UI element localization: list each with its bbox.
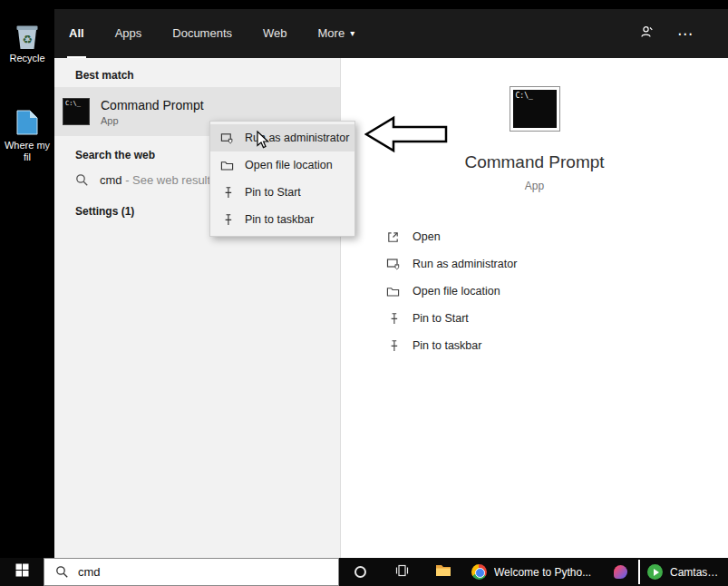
- windows-logo-icon: [15, 563, 29, 581]
- folder-icon: [220, 159, 234, 172]
- menu-item-pin-to-taskbar[interactable]: Pin to taskbar: [210, 206, 354, 233]
- action-label: Open: [413, 230, 441, 243]
- taskbar-search-box[interactable]: [44, 558, 339, 586]
- annotation-arrow-icon: [364, 114, 448, 154]
- pin-icon: [220, 213, 234, 227]
- action-label: Pin to taskbar: [413, 339, 481, 352]
- taskbar-search-input[interactable]: [76, 564, 294, 580]
- menu-item-run-as-administrator[interactable]: Run as administrator: [210, 124, 354, 151]
- web-suffix: - See web results: [122, 173, 217, 187]
- file-explorer-icon: [435, 563, 451, 581]
- tab-more-label: More: [318, 26, 345, 40]
- command-prompt-icon-large: C:\_: [510, 87, 559, 131]
- menu-item-label: Pin to Start: [245, 186, 301, 199]
- run-as-administrator-icon: [385, 257, 401, 272]
- pin-icon: [385, 311, 401, 327]
- recycle-bin-icon: ♻: [14, 22, 41, 51]
- tab-web[interactable]: Web: [261, 9, 289, 58]
- desktop-icon-label: Where my fil: [1, 140, 53, 162]
- search-tabs: All Apps Documents Web More ▾: [67, 9, 356, 58]
- task-view-icon: [394, 563, 410, 581]
- preview-subtitle: App: [525, 180, 544, 192]
- menu-item-pin-to-start[interactable]: Pin to Start: [210, 179, 354, 206]
- pin-icon: [385, 338, 401, 354]
- taskbar-app-camtasia[interactable]: Camtasia S: [640, 558, 728, 586]
- action-label: Pin to Start: [413, 312, 469, 325]
- taskbar-app-label: Camtasia S: [670, 566, 721, 579]
- command-prompt-icon-text: C:\_: [516, 92, 533, 100]
- search-icon: [55, 565, 69, 579]
- preview-action-pin-to-start[interactable]: Pin to Start: [385, 305, 517, 332]
- menu-item-label: Open file location: [245, 159, 333, 171]
- more-options-icon[interactable]: ⋯: [677, 24, 694, 44]
- cortana-icon: [354, 566, 366, 578]
- open-icon: [385, 230, 401, 245]
- folder-icon: [385, 284, 401, 299]
- topbar-right-icons: ⋯: [639, 9, 694, 58]
- search-icon: [75, 173, 89, 187]
- command-prompt-icon-text: C:\_: [65, 100, 81, 107]
- tab-apps[interactable]: Apps: [113, 9, 144, 58]
- preview-actions: Open Run as administrator: [385, 223, 517, 359]
- desktop-icon-label: Recycle: [1, 53, 53, 64]
- windows-search-panel: All Apps Documents Web More ▾ ⋯ Best mat…: [54, 9, 728, 558]
- blue-file-icon: [1, 109, 53, 138]
- menu-item-label: Pin to taskbar: [245, 213, 314, 226]
- taskbar-app-button[interactable]: [602, 558, 638, 586]
- result-text: Command Prompt App: [101, 98, 204, 126]
- result-subtitle: App: [101, 115, 204, 126]
- app-icon: [614, 565, 627, 579]
- feedback-icon[interactable]: [639, 24, 654, 43]
- preview-title: Command Prompt: [464, 152, 604, 172]
- mouse-cursor-icon: [256, 131, 274, 149]
- action-label: Open file location: [413, 285, 500, 298]
- taskbar-app-label: Welcome to Pytho...: [494, 566, 591, 579]
- task-view-button[interactable]: [381, 558, 422, 586]
- menu-item-open-file-location[interactable]: Open file location: [210, 151, 354, 179]
- start-button[interactable]: [0, 558, 44, 586]
- chrome-icon: [471, 564, 487, 580]
- tab-documents[interactable]: Documents: [170, 9, 234, 58]
- command-prompt-icon: C:\_: [63, 98, 90, 125]
- preview-action-open-file-location[interactable]: Open file location: [385, 278, 517, 305]
- search-tabs-bar: All Apps Documents Web More ▾ ⋯: [54, 9, 728, 58]
- preview-action-pin-to-taskbar[interactable]: Pin to taskbar: [385, 332, 517, 359]
- pin-icon: [220, 186, 234, 200]
- tab-more[interactable]: More ▾: [316, 9, 357, 58]
- preview-action-run-as-admin[interactable]: Run as administrator: [385, 250, 517, 278]
- taskbar: Welcome to Pytho... Camtasia S: [0, 558, 728, 586]
- action-label: Run as administrator: [413, 258, 517, 270]
- run-as-administrator-icon: [220, 132, 234, 145]
- desktop-icon-where-my-file[interactable]: Where my fil: [1, 109, 53, 162]
- taskbar-app-welcome-to-python[interactable]: Welcome to Pytho...: [464, 558, 602, 586]
- context-menu: Run as administrator Open file location …: [209, 121, 355, 237]
- desktop-icon-recycle-bin[interactable]: ♻ Recycle: [1, 22, 53, 64]
- section-best-match: Best match: [75, 69, 340, 82]
- chevron-down-icon: ▾: [350, 28, 354, 38]
- preview-action-open[interactable]: Open: [385, 223, 517, 250]
- cortana-button[interactable]: [339, 558, 381, 586]
- result-title: Command Prompt: [101, 98, 204, 112]
- web-query: cmd: [100, 173, 122, 187]
- file-explorer-button[interactable]: [422, 558, 464, 586]
- tab-all[interactable]: All: [67, 9, 86, 58]
- camtasia-icon: [647, 564, 663, 580]
- recycle-glyph-icon: ♻: [22, 33, 33, 46]
